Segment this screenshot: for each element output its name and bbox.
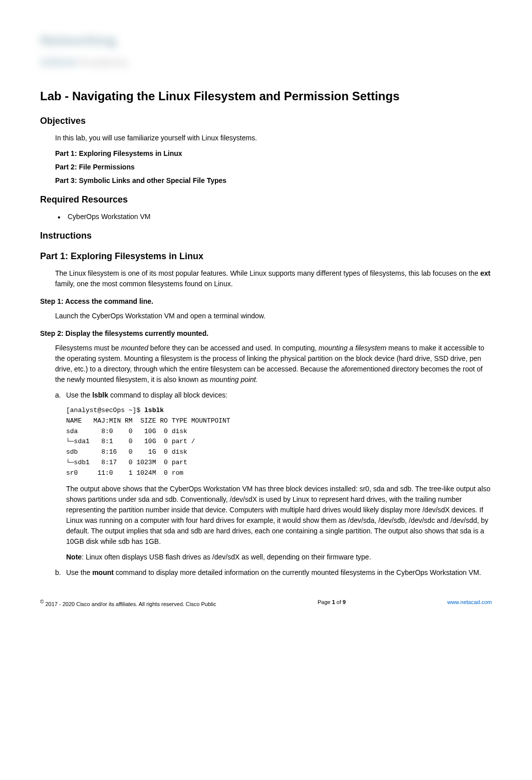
step-2-intro: Filesystems must be mounted before they …: [55, 343, 492, 385]
code-line-4: sdb 8:16 0 1G 0 disk: [66, 448, 187, 456]
code-line-3: └─sda1 8:1 0 10G 0 part /: [66, 438, 195, 445]
objectives-part-2: Part 2: File Permissions: [55, 162, 492, 172]
part-1-heading: Part 1: Exploring Filesystems in Linux: [40, 250, 492, 263]
step-2-note-bold: Note: [66, 553, 82, 561]
objectives-heading: Objectives: [40, 114, 492, 128]
step-2-explain: The output above shows that the CyberOps…: [66, 484, 492, 547]
step-2-item-a: a. Use the lsblk command to display all …: [55, 390, 492, 401]
part-1-intro: The Linux filesystem is one of its most …: [55, 268, 492, 289]
lsblk-code-block: [analyst@secOps ~]$ lsblk NAME MAJ:MIN R…: [66, 406, 492, 479]
code-prompt: [analyst@secOps ~]$: [66, 407, 144, 414]
footer-left-text: 2017 - 2020 Cisco and/or its affiliates.…: [44, 601, 216, 607]
part-1-intro-bold: ext: [480, 269, 490, 277]
footer-center-mid: of: [335, 599, 343, 605]
logo-line-2: cisco Academy: [40, 51, 492, 72]
step-2-note-text: : Linux often displays USB flash drives …: [82, 553, 371, 561]
objectives-intro: In this lab, you will use familiarize yo…: [55, 133, 492, 143]
step-2-item-b: b. Use the mount command to display more…: [55, 567, 492, 578]
code-line-1: NAME MAJ:MIN RM SIZE RO TYPE MOUNTPOINT: [66, 417, 230, 425]
required-resources-item: CyberOps Workstation VM: [68, 212, 492, 222]
step-2-a-text: Use the lsblk command to display all blo…: [66, 390, 492, 401]
required-resources-heading: Required Resources: [40, 193, 492, 207]
step-2-intro-italic-1: mounted: [121, 344, 148, 352]
step-2-intro-1: Filesystems must be: [55, 344, 121, 352]
code-line-6: sr0 11:0 1 1024M 0 rom: [66, 469, 183, 477]
step-2-b-text-post: command to display more detailed informa…: [114, 568, 481, 576]
logo-line-1: Networking: [40, 30, 492, 51]
footer-center: Page 1 of 9: [318, 598, 346, 608]
footer-center-pre: Page: [318, 599, 332, 605]
step-2-a-text-pre: Use the: [66, 391, 92, 399]
logo-text-academy: Academy: [78, 55, 128, 69]
step-2-a-text-post: command to display all block devices:: [108, 391, 227, 399]
logo-text-networking: Networking: [40, 33, 116, 48]
part-1-intro-pre: The Linux filesystem is one of its most …: [55, 269, 480, 277]
step-1-heading: Step 1: Access the command line.: [40, 296, 492, 307]
logo-area: Networking cisco Academy: [40, 30, 492, 72]
objectives-part-1: Part 1: Exploring Filesystems in Linux: [55, 148, 492, 159]
logo-text-cisco: cisco: [40, 54, 76, 69]
step-2-b-text: Use the mount command to display more de…: [66, 567, 492, 578]
step-2-b-label: b.: [55, 567, 66, 578]
step-1-text: Launch the CyberOps Workstation VM and o…: [55, 311, 492, 321]
step-2-intro-italic-3: mounting point.: [210, 375, 258, 383]
code-command: lsblk: [144, 407, 164, 414]
step-2-a-label: a.: [55, 390, 66, 401]
step-2-b-text-pre: Use the: [66, 568, 92, 576]
lab-title: Lab - Navigating the Linux Filesystem an…: [40, 87, 492, 105]
step-2-b-text-bold: mount: [92, 568, 114, 576]
step-2-a-text-bold: lsblk: [92, 391, 108, 399]
footer-right-link[interactable]: www.netacad.com: [447, 598, 492, 608]
code-line-2: sda 8:0 0 10G 0 disk: [66, 428, 187, 435]
step-2-note: Note: Linux often displays USB flash dri…: [66, 552, 492, 562]
objectives-part-3: Part 3: Symbolic Links and other Special…: [55, 175, 492, 186]
step-2-intro-2: before they can be accessed and used. In…: [148, 344, 319, 352]
instructions-heading: Instructions: [40, 229, 492, 243]
footer-page-total: 9: [343, 599, 346, 605]
step-2-heading: Step 2: Display the filesystems currentl…: [40, 328, 492, 339]
part-1-intro-post: family, one the most common filesystems …: [55, 280, 233, 288]
step-2-intro-italic-2: mounting a filesystem: [319, 344, 386, 352]
footer-left: © 2017 - 2020 Cisco and/or its affiliate…: [40, 598, 216, 608]
code-line-5: └─sdb1 8:17 0 1023M 0 part: [66, 459, 187, 466]
page-footer: © 2017 - 2020 Cisco and/or its affiliate…: [40, 598, 492, 608]
